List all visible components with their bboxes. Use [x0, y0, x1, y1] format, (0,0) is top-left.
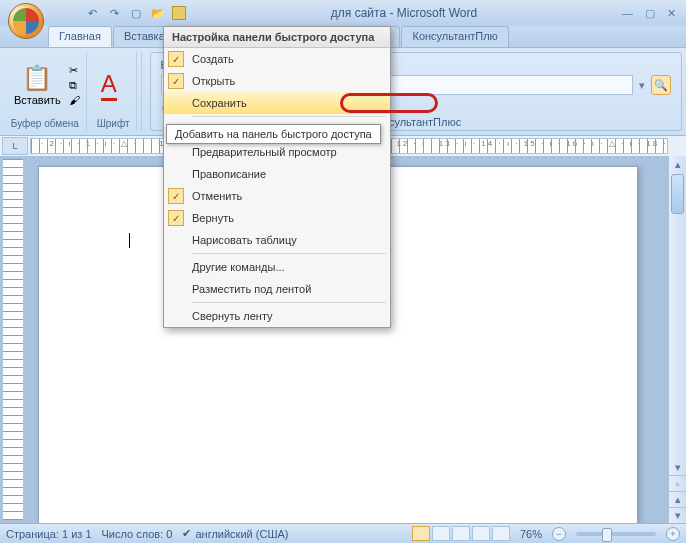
status-lang-label: английский (США) — [195, 528, 288, 540]
menu-item-label: Открыть — [188, 75, 382, 87]
text-cursor — [129, 233, 130, 248]
menu-item-7[interactable]: ✓Вернуть — [164, 207, 390, 229]
check-icon: ✓ — [168, 188, 184, 204]
view-full-screen[interactable] — [432, 526, 450, 541]
scroll-thumb[interactable] — [671, 174, 684, 214]
status-lang[interactable]: ✔английский (США) — [182, 527, 288, 540]
view-print-layout[interactable] — [412, 526, 430, 541]
window-controls: — ▢ ✕ — [622, 7, 682, 20]
check-icon: ✓ — [168, 51, 184, 67]
menu-item-5[interactable]: Правописание — [164, 163, 390, 185]
font-a-icon: A — [101, 70, 117, 101]
menu-title: Настройка панели быстрого доступа — [164, 27, 390, 48]
ruler-corner[interactable]: L — [2, 137, 28, 155]
quick-access-toolbar: ↶ ↷ ▢ 📂 — [84, 5, 186, 21]
open-icon[interactable]: 📂 — [150, 5, 166, 21]
clipboard-icon: 📋 — [22, 64, 52, 92]
menu-item-0[interactable]: ✓Создать — [164, 48, 390, 70]
scroll-down-icon[interactable]: ▾ — [669, 459, 686, 475]
search-go-button[interactable]: 🔍 — [651, 75, 671, 95]
clipboard-group: 📋 Вставить ✂ ⧉ 🖌 Буфер обмена — [4, 52, 87, 131]
maximize-button[interactable]: ▢ — [645, 7, 655, 20]
minimize-button[interactable]: — — [622, 7, 633, 20]
check-icon: ✓ — [168, 73, 184, 89]
window-title: для сайта - Microsoft Word — [186, 6, 622, 20]
font-group-label: Шрифт — [97, 116, 130, 129]
zoom-in-button[interactable]: + — [666, 527, 680, 541]
view-web-layout[interactable] — [452, 526, 470, 541]
menu-item-label: Свернуть ленту — [188, 310, 382, 322]
tooltip: Добавить на панель быстрого доступа — [166, 124, 381, 144]
menu-item-8[interactable]: Нарисовать таблицу — [164, 229, 390, 251]
zoom-out-button[interactable]: − — [552, 527, 566, 541]
view-buttons — [412, 526, 510, 541]
status-page[interactable]: Страница: 1 из 1 — [6, 528, 92, 540]
cut-icon[interactable]: ✂ — [69, 64, 80, 77]
spellcheck-icon: ✔ — [182, 527, 191, 540]
qat-customize-menu: Настройка панели быстрого доступа ✓Созда… — [163, 26, 391, 328]
browse-object-icon[interactable]: ◦ — [669, 475, 686, 491]
menu-item-9[interactable]: Другие команды... — [164, 256, 390, 278]
clipboard-group-label: Буфер обмена — [10, 116, 80, 129]
format-painter-icon[interactable]: 🖌 — [69, 94, 80, 106]
check-icon: ✓ — [168, 210, 184, 226]
menu-item-1[interactable]: ✓Открыть — [164, 70, 390, 92]
copy-icon[interactable]: ⧉ — [69, 79, 80, 92]
vertical-ruler[interactable] — [2, 158, 24, 521]
undo-icon[interactable]: ↶ — [84, 5, 100, 21]
menu-item-label: Правописание — [188, 168, 382, 180]
qat-customize-dropdown[interactable] — [172, 6, 186, 20]
next-page-icon[interactable]: ▾ — [669, 507, 686, 523]
zoom-slider[interactable] — [576, 532, 656, 536]
menu-item-label: Нарисовать таблицу — [188, 234, 382, 246]
tab-home[interactable]: Главная — [48, 26, 112, 47]
prev-page-icon[interactable]: ▴ — [669, 491, 686, 507]
menu-item-label: Предварительный просмотр — [188, 146, 382, 158]
menu-item-label: Создать — [188, 53, 382, 65]
vertical-scrollbar[interactable]: ▴ ▾ ◦ ▴ ▾ — [668, 156, 686, 523]
office-button[interactable] — [8, 3, 44, 39]
close-button[interactable]: ✕ — [667, 7, 676, 20]
new-icon[interactable]: ▢ — [128, 5, 144, 21]
tab-consultant[interactable]: КонсультантПлю — [401, 26, 508, 47]
menu-item-label: Вернуть — [188, 212, 382, 224]
scroll-up-icon[interactable]: ▴ — [669, 156, 686, 172]
menu-item-label: Отменить — [188, 190, 382, 202]
menu-item-label: Другие команды... — [188, 261, 382, 273]
menu-item-10[interactable]: Разместить под лентой — [164, 278, 390, 300]
menu-item-label: Сохранить — [188, 97, 382, 109]
font-group: A Шрифт — [91, 52, 137, 131]
redo-icon[interactable]: ↷ — [106, 5, 122, 21]
font-color-button[interactable]: A — [97, 68, 121, 103]
status-words[interactable]: Число слов: 0 — [102, 528, 173, 540]
menu-item-4[interactable]: Предварительный просмотр — [164, 141, 390, 163]
view-outline[interactable] — [472, 526, 490, 541]
view-draft[interactable] — [492, 526, 510, 541]
menu-item-2[interactable]: Сохранить — [164, 92, 390, 114]
paste-button[interactable]: 📋 Вставить — [10, 62, 65, 108]
zoom-level[interactable]: 76% — [520, 528, 542, 540]
menu-item-6[interactable]: ✓Отменить — [164, 185, 390, 207]
title-bar: ↶ ↷ ▢ 📂 для сайта - Microsoft Word — ▢ ✕ — [0, 0, 686, 26]
menu-item-11[interactable]: Свернуть ленту — [164, 305, 390, 327]
paste-label: Вставить — [14, 94, 61, 106]
status-bar: Страница: 1 из 1 Число слов: 0 ✔английск… — [0, 523, 686, 543]
menu-item-label: Разместить под лентой — [188, 283, 382, 295]
dropdown-icon[interactable]: ▾ — [639, 79, 645, 92]
